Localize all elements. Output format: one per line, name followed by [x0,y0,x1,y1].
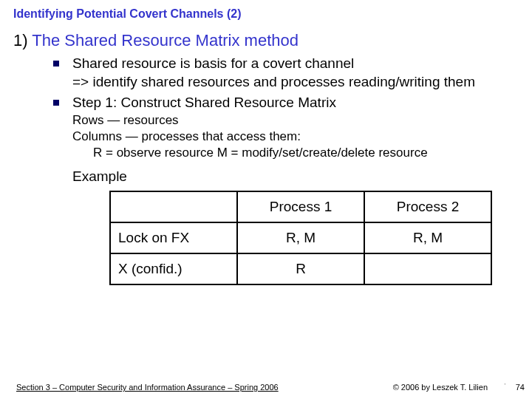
footer-tick-mark: ' [504,382,505,389]
cell: R, M [364,222,491,253]
table-header: Process 2 [364,191,491,222]
row-label: X (confid.) [110,253,237,284]
sub-line: Rows — resources [72,112,519,129]
heading-text: The Shared Resource Matrix method [28,31,299,50]
sub-notes: Rows — resources Columns — processes tha… [72,112,519,161]
resource-matrix-table: Process 1 Process 2 Lock on FX R, M R, M… [109,191,492,285]
page-number: 74 [516,383,525,392]
bullet-list: Shared resource is basis for a covert ch… [53,55,519,112]
bullet-text: Step 1: Construct Shared Resource Matrix [72,94,336,112]
footer-copyright: © 2006 by Leszek T. Lilien [393,383,488,392]
table-header: Process 1 [237,191,364,222]
heading-number: 1) [13,31,28,50]
cell: R, M [237,222,364,253]
bullet-line: Shared resource is basis for a covert ch… [72,55,475,73]
bullet-item: Shared resource is basis for a covert ch… [53,55,519,91]
section-heading: 1) The Shared Resource Matrix method [13,31,519,50]
cell [364,253,491,284]
footer-left: Section 3 – Computer Security and Inform… [16,383,279,392]
example-label: Example [72,168,519,185]
bullet-item: Step 1: Construct Shared Resource Matrix [53,94,519,112]
square-bullet-icon [53,61,59,66]
table-row: Lock on FX R, M R, M [110,222,491,253]
slide-title: Identifying Potential Covert Channels (2… [13,7,519,21]
cell: R [237,253,364,284]
sub-line-indent: R = observe resource M = modify/set/crea… [72,145,519,161]
table-row: X (confid.) R [110,253,491,284]
bullet-text: Shared resource is basis for a covert ch… [72,55,475,91]
sub-line: Columns — processes that access them: [72,129,519,145]
square-bullet-icon [53,100,59,106]
bullet-line: Step 1: Construct Shared Resource Matrix [72,94,336,112]
bullet-line: => identify shared resources and process… [72,73,475,92]
table-row: Process 1 Process 2 [110,191,491,222]
row-label: Lock on FX [110,222,237,253]
table-header-blank [110,191,237,222]
